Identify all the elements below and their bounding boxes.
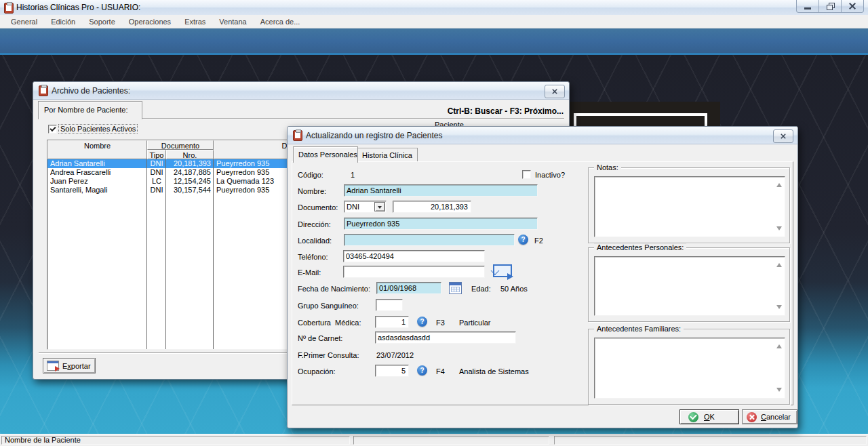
- desktop-top-strip: [0, 53, 868, 55]
- scroll-up-icon[interactable]: [776, 180, 782, 187]
- column-header-nro[interactable]: Nro.: [166, 150, 214, 159]
- antecedentes-familiares-label: Antecedentes Familiares:: [594, 325, 684, 333]
- calendar-icon[interactable]: [449, 282, 462, 294]
- menu-bar: General Edición Soporte Operaciones Extr…: [0, 15, 868, 28]
- scroll-up-icon[interactable]: [776, 342, 782, 348]
- update-window-close-button[interactable]: [773, 129, 793, 143]
- antecedentes-personales-textarea[interactable]: [594, 256, 785, 316]
- documento-tipo-select[interactable]: DNI: [344, 201, 387, 213]
- grid-line: [213, 159, 214, 349]
- minimize-button[interactable]: [796, 0, 819, 13]
- antecedentes-personales-label: Antecedentes Personales:: [594, 243, 686, 251]
- status-text: Nombre de la Paciente: [5, 436, 81, 444]
- nacimiento-input[interactable]: 01/09/1968: [376, 282, 441, 294]
- export-icon: [47, 361, 59, 371]
- cobertura-fkey: F3: [436, 319, 445, 327]
- localidad-fkey: F2: [534, 237, 543, 245]
- scroll-down-icon[interactable]: [776, 305, 782, 312]
- datos-personales-page: Código: 1 Inactivo? Nombre: Adrian Santa…: [292, 161, 793, 405]
- localidad-label: Localidad:: [298, 237, 332, 245]
- update-window-titlebar: Actualizando un registro de Pacientes: [288, 127, 797, 144]
- cobertura-label: Cobertura Médica:: [298, 319, 361, 327]
- nacimiento-label: Fecha de Nacimiento:: [298, 285, 370, 293]
- carnet-input[interactable]: asdasdasdasdd: [375, 331, 516, 344]
- grid-line: [165, 159, 166, 349]
- menu-acerca-de[interactable]: Acerca de...: [254, 16, 307, 27]
- carnet-label: Nº de Carnet:: [298, 334, 342, 342]
- nombre-input[interactable]: Adrian Santarelli: [344, 184, 538, 197]
- close-button[interactable]: [842, 0, 864, 13]
- column-header-nombre[interactable]: Nombre: [47, 140, 147, 159]
- main-title-bar: Historias Clínicas Pro - USUARIO:: [0, 0, 868, 16]
- cobertura-nombre: Particular: [459, 319, 490, 327]
- notas-label: Notas:: [594, 163, 621, 171]
- column-header-tipo[interactable]: Tipo: [147, 150, 166, 159]
- menu-soporte[interactable]: Soporte: [82, 16, 122, 27]
- tab-historia-clinica[interactable]: Historia Clínica: [357, 148, 418, 162]
- patients-window-close-button[interactable]: [545, 85, 565, 98]
- export-label: Exportar: [62, 362, 91, 370]
- app-icon: [3, 2, 14, 13]
- dropdown-arrow-icon[interactable]: [374, 202, 385, 211]
- ocupacion-fkey: F4: [436, 367, 445, 376]
- shortcut-hint: Ctrl-B: Buscar - F3: Próximo...: [291, 106, 564, 116]
- consulta-value: 23/07/2012: [376, 351, 414, 359]
- direccion-input[interactable]: Pueyrredon 935: [344, 218, 538, 230]
- inactivo-checkbox[interactable]: [522, 170, 531, 179]
- consulta-label: F.Primer Consulta:: [298, 351, 359, 359]
- close-icon: [848, 2, 856, 10]
- patients-window-title: Archivo de Pacientes:: [52, 86, 130, 96]
- status-panel-middle: [353, 436, 549, 445]
- notas-textarea[interactable]: [594, 176, 785, 237]
- tab-datos-personales[interactable]: Datos Personales: [293, 146, 358, 163]
- ok-label: OK: [704, 413, 715, 421]
- telefono-input[interactable]: 03465-420494: [343, 250, 485, 262]
- documento-label: Documento:: [298, 203, 338, 211]
- restore-button[interactable]: [819, 0, 842, 13]
- menu-ventana[interactable]: Ventana: [212, 16, 253, 27]
- ocupacion-label: Ocupación:: [298, 367, 336, 376]
- menu-general[interactable]: General: [4, 16, 44, 27]
- grupo-input[interactable]: [376, 299, 403, 311]
- ok-icon: [688, 412, 698, 422]
- direccion-label: Dirección:: [298, 220, 331, 228]
- ocupacion-input[interactable]: 5: [375, 365, 409, 377]
- localidad-input[interactable]: [344, 234, 515, 246]
- antecedentes-personales-groupbox: Antecedentes Personales:: [588, 247, 790, 322]
- grupo-label: Grupo Sanguíneo:: [298, 302, 359, 310]
- cancel-icon: [747, 412, 757, 422]
- localidad-help-button[interactable]: [518, 235, 528, 245]
- email-label: E-Mail:: [298, 268, 321, 277]
- send-email-icon[interactable]: [493, 264, 512, 277]
- scroll-down-icon[interactable]: [776, 226, 782, 233]
- restore-icon: [827, 3, 834, 9]
- scroll-up-icon[interactable]: [776, 260, 782, 267]
- menu-operaciones[interactable]: Operaciones: [122, 16, 178, 27]
- update-window-title: Actualizando un registro de Pacientes: [306, 131, 442, 140]
- cancel-button[interactable]: Cancelar: [742, 409, 797, 424]
- email-input[interactable]: [343, 266, 485, 278]
- edad-value: 50 Años: [500, 285, 528, 293]
- menu-edicion[interactable]: Edición: [44, 16, 82, 27]
- grid-line: [146, 159, 147, 349]
- cobertura-input[interactable]: 1: [375, 316, 409, 328]
- documento-numero-input[interactable]: 20,181,393: [393, 201, 471, 213]
- active-only-label[interactable]: Solo Pacientes Activos: [59, 125, 137, 133]
- tab-por-nombre[interactable]: Por Nombre de Paciente:: [38, 101, 142, 119]
- ok-button[interactable]: OK: [679, 409, 739, 424]
- cancel-label: Cancelar: [761, 413, 791, 421]
- toolbar: [0, 28, 868, 54]
- cobertura-help-button[interactable]: [417, 317, 427, 327]
- background-window-fragment: [565, 102, 720, 127]
- codigo-value: 1: [351, 171, 355, 179]
- export-button[interactable]: Exportar: [43, 358, 96, 373]
- scroll-down-icon[interactable]: [776, 388, 782, 394]
- ocupacion-nombre: Analista de Sistemas: [459, 367, 529, 376]
- active-only-checkbox[interactable]: [48, 125, 57, 134]
- notas-groupbox: Notas:: [588, 167, 790, 243]
- update-window: Actualizando un registro de Pacientes Da…: [287, 126, 798, 428]
- antecedentes-familiares-textarea[interactable]: [594, 338, 785, 399]
- ocupacion-help-button[interactable]: [417, 365, 427, 376]
- menu-extras[interactable]: Extras: [178, 16, 212, 27]
- column-header-documento[interactable]: Documento: [147, 140, 214, 150]
